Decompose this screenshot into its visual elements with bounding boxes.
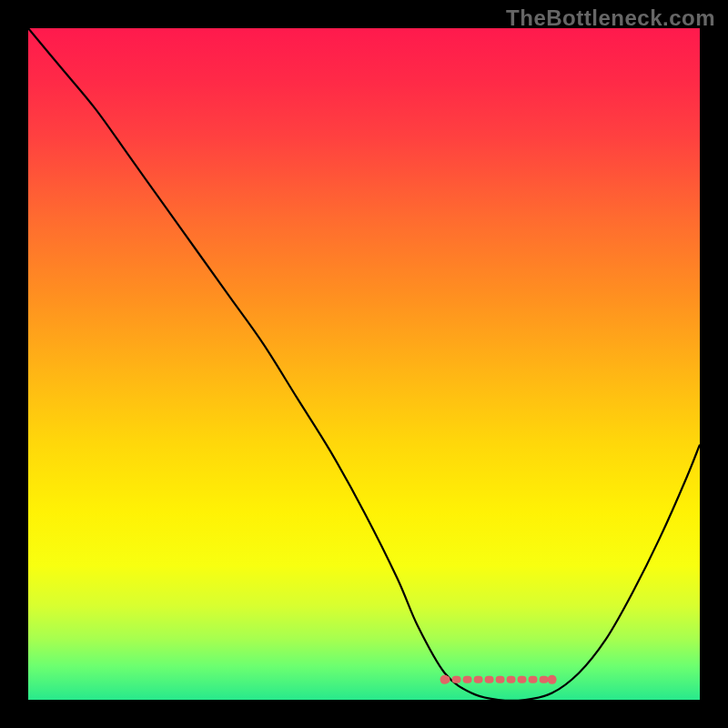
plot-area: [28, 28, 700, 700]
chart-frame: TheBottleneck.com: [0, 0, 728, 728]
optimal-range-start-dot: [440, 675, 450, 684]
curve-layer: [28, 28, 700, 700]
optimal-range-end-dot: [548, 675, 557, 684]
bottleneck-curve: [28, 28, 700, 700]
watermark-text: TheBottleneck.com: [506, 5, 715, 31]
